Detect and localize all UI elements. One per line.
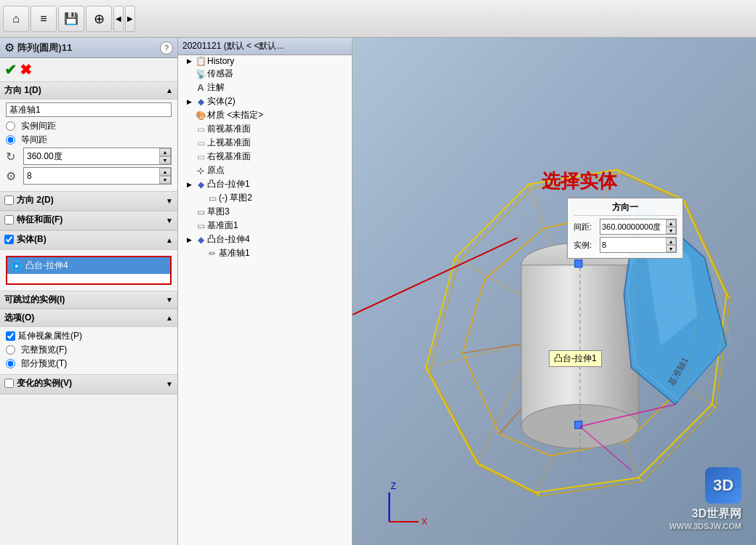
- tree-label-right-plane: 右视基准面: [207, 150, 251, 163]
- tree-expand-boss1[interactable]: ▶: [184, 181, 194, 188]
- tree-item-solid2[interactable]: ▶ ◆ 实体(2): [178, 94, 352, 108]
- dir-instance-spinners: ▲ ▼: [666, 238, 676, 252]
- solid-body-list: 💠 凸台-拉伸4: [6, 256, 172, 285]
- count-spin-down[interactable]: ▼: [159, 176, 171, 184]
- tree-expand-sketch2: [196, 195, 206, 202]
- options-header[interactable]: 选项(O) ▲: [0, 310, 177, 327]
- svg-line-11: [639, 477, 643, 481]
- toolbar-btn-home[interactable]: ⌂: [3, 6, 29, 32]
- tree-item-top-plane[interactable]: ▭ 上视基准面: [178, 136, 352, 150]
- angle-spin-up[interactable]: ▲: [159, 148, 171, 156]
- toolbar-btn-save[interactable]: 💾: [58, 6, 84, 32]
- tree-expand-history[interactable]: ▶: [184, 57, 194, 65]
- solid-body-section: 实体(B) ▲ 💠 凸台-拉伸4: [0, 231, 177, 291]
- extend-visual-label: 延伸视象属性(P): [18, 330, 82, 342]
- tree-icon-sensor: 📡: [194, 69, 207, 79]
- tree-icon-sketch2: ▭: [206, 193, 219, 203]
- tree-item-history[interactable]: ▶ 📋 History: [178, 55, 352, 67]
- tree-item-right-plane[interactable]: ▭ 右视基准面: [178, 150, 352, 164]
- tree-label-annotation: 注解: [207, 81, 225, 94]
- tree-root-label: 20201121 (默认 < <默认...: [182, 41, 284, 51]
- tree-item-origin[interactable]: ⊹ 原点: [178, 164, 352, 177]
- radio-instance-spacing-label: 实例间距: [21, 120, 56, 132]
- feature-face-header[interactable]: 特征和面(F) ▼: [0, 211, 177, 230]
- tree-label-sensor: 传感器: [207, 68, 233, 80]
- feature-face-checkbox[interactable]: [4, 215, 14, 225]
- tree-expand-top-plane: [184, 140, 194, 147]
- radio-full-preview-label: 完整预览(F): [21, 344, 67, 356]
- solid-body-title: 实体(B): [17, 233, 47, 246]
- feature-face-title: 特征和面(F): [17, 214, 63, 226]
- dir-interval-label: 间距:: [574, 222, 597, 233]
- tree-item-sketch2[interactable]: ▭ (-) 草图2: [178, 191, 352, 205]
- tree-item-boss4[interactable]: ▶ ◆ 凸台-拉伸4: [178, 233, 352, 246]
- skippable-section: 可跳过的实例(I) ▼: [0, 291, 177, 310]
- dir-interval-wrap: ▲ ▼: [600, 219, 677, 235]
- radio-instance-spacing[interactable]: [6, 121, 15, 131]
- tree-expand-solid2[interactable]: ▶: [184, 98, 194, 105]
- feature-face-section: 特征和面(F) ▼: [0, 211, 177, 231]
- variable-header[interactable]: 变化的实例(V) ▼: [0, 375, 177, 394]
- angle-field: ↻ ▲ ▼: [6, 148, 172, 165]
- tree-expand-sensor: [184, 70, 194, 78]
- tree-item-sketch3[interactable]: ▭ 草图3: [178, 205, 352, 219]
- skippable-title: 可跳过的实例(I): [4, 294, 65, 306]
- direction2-header[interactable]: 方向 2(D) ▼: [0, 192, 177, 211]
- tree-item-material[interactable]: 🎨 材质 <未指定>: [178, 108, 352, 122]
- tree-icon-boss1: ◆: [194, 179, 207, 190]
- solid-item-0[interactable]: 💠 凸台-拉伸4: [7, 257, 170, 274]
- tree-expand-datum-axis: [196, 250, 206, 257]
- toolbar-arrow-right[interactable]: ▶: [125, 6, 135, 32]
- tree-expand-sketch3: [184, 209, 194, 216]
- panel-scrollable: 方向 1(D) ▲ 实例间距 等间距 ↻: [0, 82, 177, 545]
- dir-instance-up[interactable]: ▲: [666, 238, 676, 245]
- radio-equal-spacing[interactable]: [6, 135, 15, 145]
- tree-item-front-plane[interactable]: ▭ 前视基准面: [178, 122, 352, 136]
- direction2-checkbox[interactable]: [4, 195, 14, 205]
- extend-visual-checkbox[interactable]: [6, 331, 15, 341]
- dir-instance-down[interactable]: ▼: [666, 245, 676, 252]
- tree-item-datum-plane[interactable]: ▭ 基准面1: [178, 219, 352, 233]
- radio-full-preview[interactable]: [6, 345, 15, 355]
- toolbar-btn-crosshair[interactable]: ⊕: [86, 6, 112, 32]
- tree-panel: 20201121 (默认 < <默认... ▶ 📋 History 📡 传感器 …: [178, 38, 353, 545]
- dir-instance-input[interactable]: [600, 240, 666, 250]
- tree-item-sensor[interactable]: 📡 传感器: [178, 67, 352, 81]
- tree-item-annotation[interactable]: A 注解: [178, 81, 352, 94]
- tree-icon-history: 📋: [194, 56, 207, 66]
- tree-icon-right-plane: ▭: [194, 152, 207, 162]
- tree-header: 20201121 (默认 < <默认...: [178, 38, 352, 55]
- cancel-button[interactable]: ✖: [20, 61, 32, 78]
- dir-interval-down[interactable]: ▼: [666, 227, 676, 234]
- radio-partial-preview[interactable]: [6, 359, 15, 368]
- tree-label-solid2: 实体(2): [207, 95, 236, 108]
- solid-body-checkbox[interactable]: [4, 235, 14, 244]
- count-input-wrap: ▲ ▼: [23, 167, 172, 185]
- tree-icon-origin: ⊹: [194, 166, 207, 176]
- tree-item-boss1[interactable]: ▶ ◆ 凸台-拉伸1: [178, 177, 352, 191]
- tree-label-history: History: [207, 56, 234, 66]
- toolbar-btn-menu[interactable]: ≡: [31, 6, 57, 32]
- preview-partial-row: 部分预览(T): [6, 358, 172, 370]
- count-input[interactable]: [24, 170, 159, 182]
- direction1-header[interactable]: 方向 1(D) ▲: [0, 82, 177, 100]
- angle-spin-down[interactable]: ▼: [159, 156, 171, 164]
- count-spin-up[interactable]: ▲: [159, 168, 171, 176]
- variable-checkbox[interactable]: [4, 379, 14, 388]
- count-spinners: ▲ ▼: [159, 168, 171, 184]
- tree-label-sketch3: 草图3: [207, 206, 230, 218]
- tree-expand-boss4[interactable]: ▶: [184, 236, 194, 243]
- skippable-header[interactable]: 可跳过的实例(I) ▼: [0, 291, 177, 309]
- axis-input[interactable]: [6, 102, 172, 117]
- variable-arrow: ▼: [166, 380, 173, 388]
- solid-body-header[interactable]: 实体(B) ▲: [0, 231, 177, 250]
- variable-check-row: 变化的实例(V): [4, 377, 72, 389]
- dir-interval-up[interactable]: ▲: [666, 219, 676, 227]
- variable-title: 变化的实例(V): [17, 377, 72, 389]
- panel-help-btn[interactable]: ?: [160, 41, 173, 54]
- dir-interval-input[interactable]: [600, 222, 666, 232]
- angle-input[interactable]: [24, 150, 159, 162]
- toolbar-arrow-left[interactable]: ◀: [113, 6, 124, 32]
- confirm-button[interactable]: ✔: [4, 61, 17, 78]
- tree-item-datum-axis[interactable]: ✏ 基准轴1: [178, 246, 352, 260]
